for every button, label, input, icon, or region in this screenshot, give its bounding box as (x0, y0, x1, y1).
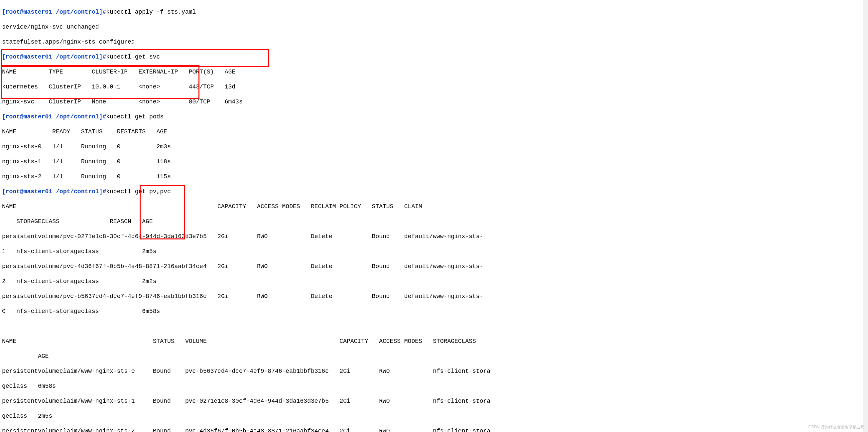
pv-row: persistentvolume/pvc-b5637cd4-dce7-4ef9-… (2, 292, 866, 300)
pv-row: 2 nfs-client-storageclass 2m2s (2, 278, 866, 285)
command-apply: kubectl apply -f sts.yaml (106, 9, 196, 15)
svc-row: nginx-svc ClusterIP None <none> 80/TCP 6… (2, 98, 866, 106)
shell-prompt: [root@master01 /opt/control]# (2, 9, 106, 15)
scrollbar-vertical[interactable] (863, 0, 868, 432)
pv-header: NAME CAPACITY ACCESS MODES RECLAIM POLIC… (2, 203, 866, 211)
terminal-output[interactable]: [root@master01 /opt/control]#kubectl app… (0, 0, 868, 432)
pv-row: 1 nfs-client-storageclass 2m5s (2, 248, 866, 255)
shell-prompt: [root@master01 /opt/control]# (2, 114, 106, 120)
pvc-row: persistentvolumeclaim/www-nginx-sts-2 Bo… (2, 427, 866, 432)
pv-row: 0 nfs-client-storageclass 6m58s (2, 308, 866, 315)
svc-row: kubernetes ClusterIP 10.0.0.1 <none> 443… (2, 83, 866, 91)
command-get-pods: kubectl get pods (106, 114, 163, 120)
svc-header: NAME TYPE CLUSTER-IP EXTERNAL-IP PORT(S)… (2, 68, 866, 76)
output-line: statefulset.apps/nginx-sts configured (2, 38, 866, 46)
blank-line (2, 322, 866, 330)
command-get-svc: kubectl get svc (106, 54, 160, 60)
shell-prompt: [root@master01 /opt/control]# (2, 188, 106, 195)
pods-header: NAME READY STATUS RESTARTS AGE (2, 128, 866, 136)
pvc-row: persistentvolumeclaim/www-nginx-sts-1 Bo… (2, 397, 866, 405)
pvc-row: geclass 6m58s (2, 382, 866, 390)
pv-header: STORAGECLASS REASON AGE (2, 218, 866, 225)
pvc-row: geclass 2m5s (2, 412, 866, 420)
pods-row: nginx-sts-0 1/1 Running 0 2m3s (2, 143, 866, 151)
pods-row: nginx-sts-1 1/1 Running 0 118s (2, 158, 866, 165)
pv-row: persistentvolume/pvc-0271e1c8-30cf-4d64-… (2, 233, 866, 241)
pods-row: nginx-sts-2 1/1 Running 0 115s (2, 173, 866, 181)
scrollbar-track[interactable] (863, 0, 868, 432)
command-get-pv-pvc: kubectl get pv,pvc (106, 188, 170, 195)
pvc-header: NAME STATUS VOLUME CAPACITY ACCESS MODES… (2, 338, 866, 345)
pvc-header: AGE (2, 352, 866, 360)
output-line: service/nginx-svc unchanged (2, 23, 866, 31)
watermark-text: CSDN @为什么老是名字被占用 (808, 423, 865, 431)
pvc-row: persistentvolumeclaim/www-nginx-sts-0 Bo… (2, 368, 866, 375)
shell-prompt: [root@master01 /opt/control]# (2, 54, 106, 60)
pv-row: persistentvolume/pvc-4d36f67f-0b5b-4a48-… (2, 263, 866, 270)
